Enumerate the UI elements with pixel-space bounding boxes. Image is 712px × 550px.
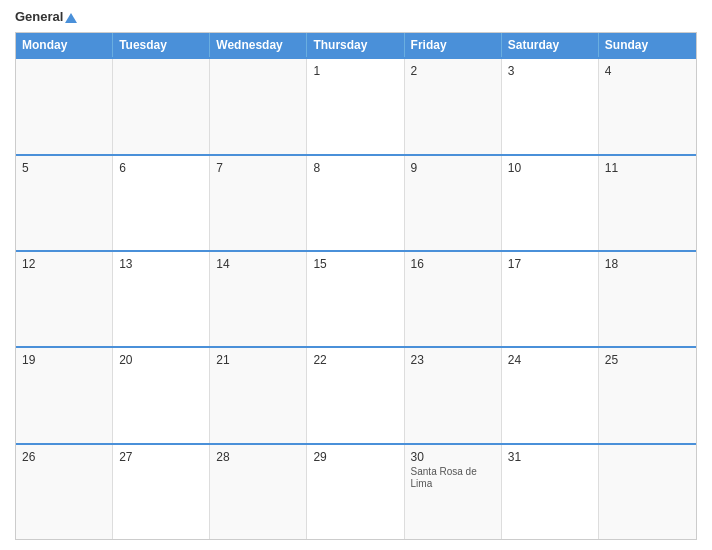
calendar-cell: 20 xyxy=(113,348,210,442)
calendar-cell: 29 xyxy=(307,445,404,539)
day-number: 6 xyxy=(119,161,203,175)
calendar-week-4: 19202122232425 xyxy=(16,346,696,442)
calendar-cell: 2 xyxy=(405,59,502,153)
calendar-cell xyxy=(113,59,210,153)
header-day-sunday: Sunday xyxy=(599,33,696,57)
day-number: 18 xyxy=(605,257,690,271)
calendar-cell: 8 xyxy=(307,156,404,250)
day-number: 27 xyxy=(119,450,203,464)
day-number: 9 xyxy=(411,161,495,175)
day-number: 21 xyxy=(216,353,300,367)
calendar-cell: 16 xyxy=(405,252,502,346)
day-number: 30 xyxy=(411,450,495,464)
calendar-week-5: 2627282930Santa Rosa de Lima31 xyxy=(16,443,696,539)
calendar-cell: 10 xyxy=(502,156,599,250)
day-number: 31 xyxy=(508,450,592,464)
calendar-cell: 15 xyxy=(307,252,404,346)
calendar-cell xyxy=(599,445,696,539)
calendar-cell: 9 xyxy=(405,156,502,250)
calendar-cell: 6 xyxy=(113,156,210,250)
day-number: 23 xyxy=(411,353,495,367)
day-number: 8 xyxy=(313,161,397,175)
day-number: 11 xyxy=(605,161,690,175)
calendar-cell: 5 xyxy=(16,156,113,250)
header-day-friday: Friday xyxy=(405,33,502,57)
day-number: 13 xyxy=(119,257,203,271)
day-number: 16 xyxy=(411,257,495,271)
day-number: 26 xyxy=(22,450,106,464)
calendar-cell: 3 xyxy=(502,59,599,153)
header-day-saturday: Saturday xyxy=(502,33,599,57)
header: General xyxy=(15,10,697,24)
logo-general-text: General xyxy=(15,10,77,24)
calendar-cell: 4 xyxy=(599,59,696,153)
day-number: 15 xyxy=(313,257,397,271)
day-number: 24 xyxy=(508,353,592,367)
holiday-label: Santa Rosa de Lima xyxy=(411,466,495,490)
calendar-cell: 12 xyxy=(16,252,113,346)
calendar-cell xyxy=(210,59,307,153)
calendar-cell: 11 xyxy=(599,156,696,250)
calendar-cell: 21 xyxy=(210,348,307,442)
calendar-cell: 19 xyxy=(16,348,113,442)
day-number: 25 xyxy=(605,353,690,367)
calendar-week-2: 567891011 xyxy=(16,154,696,250)
calendar-cell: 30Santa Rosa de Lima xyxy=(405,445,502,539)
day-number: 20 xyxy=(119,353,203,367)
day-number: 4 xyxy=(605,64,690,78)
calendar-cell: 25 xyxy=(599,348,696,442)
day-number: 1 xyxy=(313,64,397,78)
day-number: 7 xyxy=(216,161,300,175)
calendar-cell: 13 xyxy=(113,252,210,346)
calendar: MondayTuesdayWednesdayThursdayFridaySatu… xyxy=(15,32,697,540)
day-number: 28 xyxy=(216,450,300,464)
logo: General xyxy=(15,10,77,24)
calendar-body: 1234567891011121314151617181920212223242… xyxy=(16,57,696,539)
day-number: 22 xyxy=(313,353,397,367)
calendar-cell: 18 xyxy=(599,252,696,346)
day-number: 2 xyxy=(411,64,495,78)
day-number: 12 xyxy=(22,257,106,271)
day-number: 19 xyxy=(22,353,106,367)
day-number: 5 xyxy=(22,161,106,175)
header-day-thursday: Thursday xyxy=(307,33,404,57)
calendar-cell: 22 xyxy=(307,348,404,442)
day-number: 17 xyxy=(508,257,592,271)
calendar-cell: 23 xyxy=(405,348,502,442)
calendar-week-1: 1234 xyxy=(16,57,696,153)
calendar-header: MondayTuesdayWednesdayThursdayFridaySatu… xyxy=(16,33,696,57)
calendar-cell: 1 xyxy=(307,59,404,153)
calendar-cell xyxy=(16,59,113,153)
day-number: 29 xyxy=(313,450,397,464)
header-day-wednesday: Wednesday xyxy=(210,33,307,57)
day-number: 3 xyxy=(508,64,592,78)
day-number: 10 xyxy=(508,161,592,175)
header-day-monday: Monday xyxy=(16,33,113,57)
calendar-cell: 27 xyxy=(113,445,210,539)
day-number: 14 xyxy=(216,257,300,271)
calendar-cell: 17 xyxy=(502,252,599,346)
page: General MondayTuesdayWednesdayThursdayFr… xyxy=(0,0,712,550)
logo-triangle-icon xyxy=(65,13,77,23)
calendar-cell: 7 xyxy=(210,156,307,250)
calendar-cell: 31 xyxy=(502,445,599,539)
header-day-tuesday: Tuesday xyxy=(113,33,210,57)
calendar-cell: 26 xyxy=(16,445,113,539)
calendar-cell: 28 xyxy=(210,445,307,539)
calendar-week-3: 12131415161718 xyxy=(16,250,696,346)
calendar-cell: 14 xyxy=(210,252,307,346)
calendar-cell: 24 xyxy=(502,348,599,442)
